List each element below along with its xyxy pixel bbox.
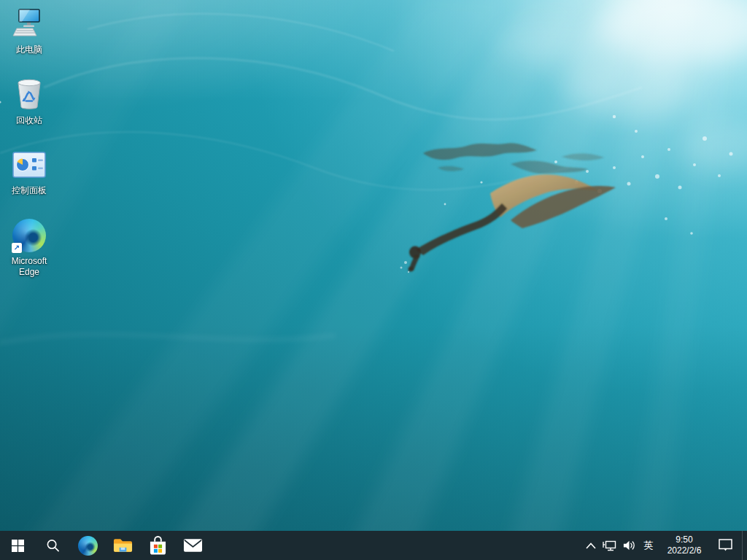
network-button[interactable] [600,531,619,560]
ethernet-network-icon [603,540,617,552]
taskbar-clock[interactable]: 9:50 2022/2/6 [659,534,710,556]
store-bag-icon [149,535,167,556]
desktop-icon-label: 控制面板 [12,185,47,197]
desktop-icon-label: Microsoft Edge [1,256,57,279]
show-desktop-button[interactable] [742,531,747,560]
taskbar: 英 9:50 2022/2/6 [0,531,747,560]
desktop-icons: 此电脑 回收站 [1,4,58,280]
desktop-icon-label: 此电脑 [16,44,42,56]
store-button[interactable] [140,531,175,560]
action-center-button[interactable] [710,531,742,560]
desktop[interactable]: 此电脑 回收站 [0,0,747,560]
taskbar-pinned-apps [0,531,210,560]
hidden-icons-button[interactable] [581,531,600,560]
speaker-volume-icon [622,540,636,551]
underwater-diver-art [0,0,747,560]
envelope-icon [183,538,203,553]
tray-date: 2022/2/6 [659,545,710,556]
volume-button[interactable] [619,531,638,560]
desktop-icon-this-pc[interactable]: 此电脑 [1,4,58,58]
mail-button[interactable] [175,531,210,560]
chevron-up-icon [586,542,596,549]
control-panel-icon [12,152,46,178]
input-language-indicator[interactable]: 英 [638,531,659,560]
search-button[interactable] [35,531,70,560]
system-tray: 英 9:50 2022/2/6 [581,531,747,560]
search-icon [46,539,60,553]
shortcut-arrow-icon: ↗ [12,243,22,253]
recycle-bin-icon [15,78,43,112]
this-pc-icon [12,9,46,39]
action-center-icon [719,539,733,552]
tray-time: 9:50 [659,534,710,545]
desktop-icon-control-panel[interactable]: 控制面板 [1,145,58,198]
file-explorer-button[interactable] [105,531,140,560]
windows-logo-icon [12,540,24,552]
desktop-icon-recycle-bin[interactable]: 回收站 [1,75,58,128]
start-button[interactable] [0,531,35,560]
desktop-icon-microsoft-edge[interactable]: ↗ Microsoft Edge [1,216,58,280]
desktop-icon-label: 回收站 [16,115,42,127]
folder-icon [113,537,133,553]
wallpaper [0,0,747,560]
edge-icon [78,536,98,556]
edge-taskbar-button[interactable] [70,531,105,560]
